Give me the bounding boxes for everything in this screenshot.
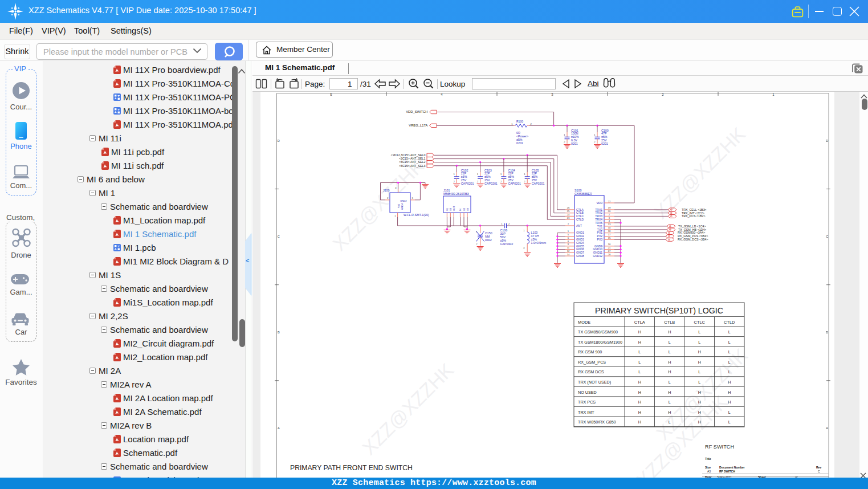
svg-text:19: 19	[608, 206, 611, 209]
svg-text:<3C15> ANT_SEL2: <3C15> ANT_SEL2	[399, 160, 426, 164]
svg-text:H: H	[698, 400, 701, 405]
svg-text:2: 2	[476, 242, 478, 245]
svg-text:Size: Size	[705, 466, 711, 469]
svg-text:RX GSM 900: RX GSM 900	[578, 349, 602, 354]
svg-text:PRIMARY SWITCH(SP10T) LOGIC: PRIMARY SWITCH(SP10T) LOGIC	[595, 306, 723, 315]
svg-text:CAP0201: CAP0201	[532, 182, 545, 185]
svg-text:H: H	[698, 419, 701, 425]
svg-text:H: H	[668, 390, 671, 395]
svg-text:0201: 0201	[601, 142, 608, 145]
svg-text:GND4: GND4	[401, 203, 404, 210]
svg-text:2: 2	[477, 180, 479, 183]
svg-text:2: 2	[594, 140, 596, 143]
svg-text:28: 28	[608, 253, 611, 256]
svg-text:A: A	[278, 426, 280, 430]
svg-text:18: 18	[608, 230, 611, 233]
svg-text:CTLA: CTLA	[634, 320, 645, 325]
svg-text:TRX PCS: TRX PCS	[578, 400, 596, 405]
svg-text:RF SWITCH: RF SWITCH	[719, 470, 735, 473]
svg-text:2: 2	[523, 247, 525, 250]
svg-text:H: H	[638, 400, 641, 405]
svg-text:CAP0201: CAP0201	[461, 182, 474, 185]
svg-text:27: 27	[608, 250, 611, 252]
svg-text:25: 25	[567, 210, 570, 213]
svg-text:2: 2	[609, 213, 610, 216]
svg-text:G4: G4	[466, 207, 469, 211]
svg-text:C: C	[826, 235, 828, 238]
svg-text:13: 13	[608, 223, 611, 226]
svg-text:H: H	[638, 390, 641, 395]
svg-text:TRX IMT: TRX IMT	[578, 410, 594, 415]
svg-text:<2D12,3C15> ANT_SEL0: <2D12,3C15> ANT_SEL0	[391, 153, 426, 157]
svg-text:14: 14	[567, 253, 570, 256]
svg-text:12: 12	[567, 250, 570, 252]
svg-text:TRX W850/RX G850: TRX W850/RX G850	[578, 419, 616, 425]
svg-text:0402: 0402	[485, 238, 492, 242]
svg-text:<3C15> ANT_SEL3: <3C15> ANT_SEL3	[399, 164, 426, 168]
svg-text:GND8: GND8	[576, 254, 584, 258]
svg-text:XZZ@XZZHK: XZZ@XZZHK	[328, 155, 429, 255]
svg-text:TRX (NOT USED): TRX (NOT USED)	[578, 380, 611, 385]
svg-text:1: 1	[523, 229, 525, 232]
svg-text:1: 1	[568, 230, 569, 233]
svg-text:H: H	[728, 380, 731, 385]
svg-text:CAP0201: CAP0201	[508, 182, 521, 185]
svg-text:H: H	[638, 340, 641, 345]
svg-text:G1: G1	[446, 207, 449, 211]
svg-text:CTLD: CTLD	[576, 218, 584, 221]
svg-text:0201: 0201	[516, 141, 523, 145]
svg-text:G3: G3	[463, 207, 466, 211]
svg-text:6: 6	[568, 237, 569, 239]
svg-text:23: 23	[567, 217, 570, 219]
svg-text:SIG: SIG	[397, 204, 400, 208]
svg-text:Rev: Rev	[816, 466, 821, 469]
svg-text:L: L	[638, 369, 641, 374]
svg-text:A: A	[826, 426, 828, 430]
svg-text:W.FL-R-SMT-1(90): W.FL-R-SMT-1(90)	[404, 213, 429, 217]
svg-text:10: 10	[608, 226, 611, 229]
svg-text:OUT: OUT	[453, 206, 455, 211]
svg-text:H: H	[638, 419, 641, 425]
svg-text:L: L	[669, 340, 671, 345]
svg-text:1: 1	[594, 133, 596, 136]
svg-text:L: L	[728, 369, 731, 374]
svg-text:26: 26	[567, 206, 570, 209]
svg-text:MODE: MODE	[578, 320, 590, 325]
svg-text:H: H	[638, 410, 641, 415]
svg-text:RX_GSM_DCS <3B4>: RX_GSM_DCS <3B4>	[678, 238, 708, 241]
svg-text:1: 1	[501, 222, 503, 225]
svg-text:IN: IN	[459, 209, 462, 211]
svg-text:CTLD: CTLD	[724, 320, 735, 325]
svg-text:C: C	[818, 470, 820, 473]
svg-text:VDD_SWITCH: VDD_SWITCH	[406, 110, 427, 113]
svg-text:A3: A3	[707, 470, 711, 473]
svg-text:H: H	[668, 369, 671, 374]
svg-text:RF SWITCH: RF SWITCH	[705, 444, 734, 450]
svg-text:1: 1	[394, 214, 396, 217]
svg-text:H: H	[668, 360, 671, 365]
svg-text:1: 1	[500, 173, 502, 176]
svg-text:L: L	[728, 419, 731, 425]
svg-text:L: L	[638, 360, 641, 365]
svg-text:ANT: ANT	[576, 224, 582, 227]
svg-text:7: 7	[568, 223, 569, 226]
svg-text:PRIMARY PATH FRONT END SWITCH: PRIMARY PATH FRONT END SWITCH	[290, 464, 413, 472]
svg-text:L: L	[638, 349, 641, 354]
svg-text:Title: Title	[705, 457, 711, 461]
svg-text:L: L	[728, 340, 731, 345]
svg-text:CXM3555ER: CXM3555ER	[574, 192, 592, 195]
svg-text:B: B	[826, 331, 828, 334]
svg-text:21: 21	[608, 246, 611, 249]
svg-text:L: L	[669, 400, 671, 405]
svg-text:5: 5	[568, 233, 569, 236]
svg-text:L: L	[698, 369, 700, 374]
svg-text:J100: J100	[383, 189, 390, 192]
svg-text:C: C	[278, 235, 280, 238]
svg-text:CTLC: CTLC	[694, 320, 706, 325]
svg-text:24: 24	[567, 213, 570, 216]
svg-text:0201: 0201	[571, 142, 578, 145]
svg-text:L: L	[669, 419, 671, 425]
svg-text:D: D	[278, 139, 280, 142]
svg-text:3: 3	[412, 197, 414, 199]
svg-text:RX GSM DCS: RX GSM DCS	[578, 369, 604, 374]
